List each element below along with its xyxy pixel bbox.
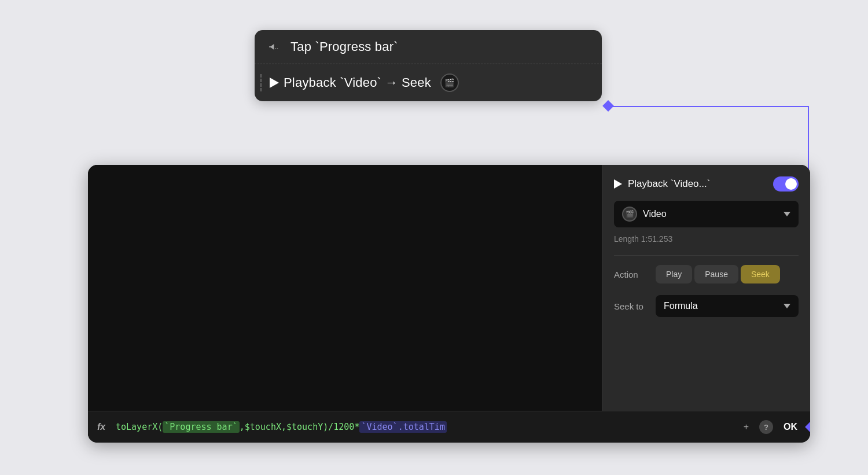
help-button[interactable]: ? xyxy=(759,420,773,434)
formula-plus: + xyxy=(744,422,749,432)
tap-icon xyxy=(267,40,284,53)
right-panel-title-text: Playback `Video...` xyxy=(628,178,710,190)
right-panel: Playback `Video...` 🎬 Video Length 1:51.… xyxy=(602,165,810,443)
toggle-knob xyxy=(785,178,797,190)
playback-row: Playback `Video` → Seek 🎬 xyxy=(255,64,602,101)
right-panel-header: Playback `Video...` xyxy=(614,176,799,192)
formula-content: toLayerX( `Progress bar` ,$touchX,$touch… xyxy=(116,421,733,433)
main-panel: ⌐ Playback `Video...` 🎬 Video Length 1:5… xyxy=(88,165,810,443)
seek-to-dropdown[interactable]: Formula xyxy=(656,295,799,317)
tap-label: Tap `Progress bar` xyxy=(290,39,398,54)
chevron-down-icon xyxy=(784,212,790,216)
formula-bar: fx toLayerX( `Progress bar` ,$touchX,$to… xyxy=(88,411,810,443)
action-row: Action Play Pause Seek xyxy=(614,265,799,283)
playback-label: Playback `Video` → Seek xyxy=(284,75,431,90)
formula-middle: ,$touchX,$touchY)/1200* xyxy=(240,422,360,432)
toggle-switch[interactable] xyxy=(773,176,799,192)
play-icon xyxy=(270,78,279,88)
video-dropdown[interactable]: 🎬 Video xyxy=(614,201,799,227)
action-buttons: Play Pause Seek xyxy=(656,265,780,283)
ok-diamond-connector xyxy=(805,421,810,433)
seek-row: Seek to Formula xyxy=(614,295,799,317)
seek-to-label: Seek to xyxy=(614,301,649,311)
ok-button[interactable]: OK xyxy=(780,419,801,435)
film-icon: 🎬 xyxy=(444,78,454,87)
dropdown-content: 🎬 Video xyxy=(622,207,667,222)
dropdown-label: Video xyxy=(643,209,667,219)
formula-prefix: toLayerX( xyxy=(116,422,163,432)
seek-to-dropdown-label: Formula xyxy=(664,301,698,311)
video-icon: 🎬 xyxy=(622,207,637,222)
seek-button[interactable]: Seek xyxy=(741,265,780,283)
right-panel-title: Playback `Video...` xyxy=(614,178,710,190)
tap-row: Tap `Progress bar` xyxy=(255,30,602,64)
play-button[interactable]: Play xyxy=(656,265,692,283)
pause-button[interactable]: Pause xyxy=(694,265,738,283)
formula-highlight-video: `Video`.totalTim xyxy=(359,421,447,433)
dashed-indent-line xyxy=(260,74,262,91)
top-action-card: Tap `Progress bar` Playback `Video` → Se… xyxy=(255,30,602,101)
connector-line-horizontal xyxy=(612,106,809,107)
divider xyxy=(614,255,799,256)
action-label: Action xyxy=(614,270,649,279)
formula-highlight-progress: `Progress bar` xyxy=(163,421,239,433)
length-text: Length 1:51.253 xyxy=(614,234,799,244)
play-icon-medium xyxy=(614,179,622,189)
canvas-area: ⌐ xyxy=(88,165,602,443)
connector-dot: 🎬 xyxy=(440,73,459,92)
seek-chevron-down-icon xyxy=(784,304,790,308)
fx-icon: fx xyxy=(97,422,109,432)
